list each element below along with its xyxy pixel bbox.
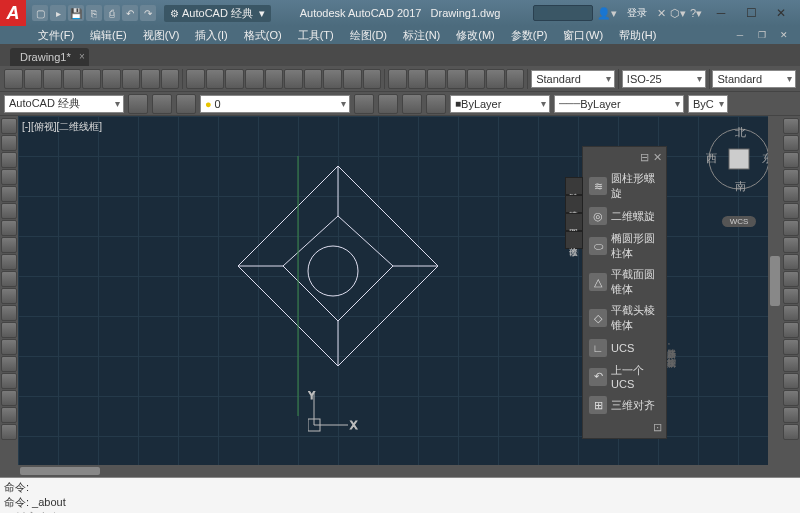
tool-button[interactable] bbox=[783, 356, 799, 372]
line-tool[interactable] bbox=[1, 118, 17, 134]
qat-print-icon[interactable]: ⎙ bbox=[104, 5, 120, 21]
ellipse-tool[interactable] bbox=[1, 203, 17, 219]
search-input[interactable] bbox=[533, 5, 593, 21]
tool-button[interactable] bbox=[388, 69, 407, 89]
tool-button[interactable] bbox=[783, 407, 799, 423]
tool-button[interactable] bbox=[783, 322, 799, 338]
palette-item-ellip-cyl[interactable]: ⬭椭圆形圆柱体 bbox=[587, 228, 662, 264]
tool-button[interactable] bbox=[206, 69, 225, 89]
palette-item-ucs-prev[interactable]: ↶上一个UCS bbox=[587, 360, 662, 393]
tool-button[interactable] bbox=[378, 94, 398, 114]
menu-parametric[interactable]: 参数(P) bbox=[503, 28, 556, 43]
exchange-icon[interactable]: ✕ bbox=[657, 7, 666, 20]
tool-button[interactable] bbox=[783, 373, 799, 389]
tool-button[interactable] bbox=[426, 94, 446, 114]
doc-close-button[interactable]: ✕ bbox=[774, 28, 794, 42]
layer-combo[interactable]: ● 0 bbox=[200, 95, 350, 113]
palette-tab[interactable]: 默认 bbox=[565, 177, 583, 195]
view-cube[interactable]: 北 南 西 东 WCS bbox=[704, 124, 774, 194]
tool-button[interactable] bbox=[176, 94, 196, 114]
login-button[interactable]: 登录 bbox=[621, 6, 653, 20]
fillet-tool[interactable] bbox=[783, 237, 799, 253]
dimstyle-combo[interactable]: ISO-25 bbox=[622, 70, 706, 88]
document-tab[interactable]: Drawing1* bbox=[10, 48, 89, 66]
erase-tool[interactable] bbox=[783, 288, 799, 304]
doc-minimize-button[interactable]: ─ bbox=[730, 28, 750, 42]
palette-menu-icon[interactable]: ⊡ bbox=[653, 421, 662, 433]
qat-new-icon[interactable]: ▢ bbox=[32, 5, 48, 21]
tool-button[interactable] bbox=[152, 94, 172, 114]
tool-button[interactable] bbox=[783, 390, 799, 406]
help-icon[interactable]: ?▾ bbox=[690, 7, 702, 20]
tool-button[interactable] bbox=[122, 69, 141, 89]
tool-button[interactable] bbox=[447, 69, 466, 89]
tool-palette[interactable]: 默认 建模 绘图 修改 ⊟ ✕ ≋圆柱形螺旋 ◎二维螺旋 ⬭椭圆形圆柱体 △平截… bbox=[582, 146, 667, 439]
circle-tool[interactable] bbox=[1, 152, 17, 168]
palette-item-frustum-cone[interactable]: △平截面圆锥体 bbox=[587, 264, 662, 300]
tool-button[interactable] bbox=[128, 94, 148, 114]
vertical-scrollbar[interactable] bbox=[768, 116, 782, 465]
tool-button[interactable] bbox=[427, 69, 446, 89]
copy-tool[interactable] bbox=[783, 135, 799, 151]
tool-button[interactable] bbox=[323, 69, 342, 89]
menu-help[interactable]: 帮助(H) bbox=[611, 28, 664, 43]
textstyle-combo[interactable]: Standard bbox=[531, 70, 615, 88]
search-icon[interactable]: 👤▾ bbox=[597, 7, 617, 20]
tool-button[interactable] bbox=[1, 407, 17, 423]
polyline-tool[interactable] bbox=[1, 135, 17, 151]
dim-tool[interactable] bbox=[1, 254, 17, 270]
mirror-tool[interactable] bbox=[783, 186, 799, 202]
wcs-label[interactable]: WCS bbox=[722, 216, 756, 227]
workspace-selector[interactable]: AutoCAD 经典 ▾ bbox=[164, 5, 271, 22]
doc-restore-button[interactable]: ❐ bbox=[752, 28, 772, 42]
qat-redo-icon[interactable]: ↷ bbox=[140, 5, 156, 21]
qat-open-icon[interactable]: ▸ bbox=[50, 5, 66, 21]
tool-button[interactable] bbox=[1, 390, 17, 406]
tool-button[interactable] bbox=[225, 69, 244, 89]
menu-dimension[interactable]: 标注(N) bbox=[395, 28, 448, 43]
workspace-combo[interactable]: AutoCAD 经典 bbox=[4, 95, 124, 113]
palette-item-ucs[interactable]: ∟UCS bbox=[587, 336, 662, 360]
menu-file[interactable]: 文件(F) bbox=[30, 28, 82, 43]
tool-button[interactable] bbox=[63, 69, 82, 89]
arc-tool[interactable] bbox=[1, 169, 17, 185]
explode-tool[interactable] bbox=[783, 305, 799, 321]
tool-button[interactable] bbox=[1, 322, 17, 338]
trim-tool[interactable] bbox=[783, 203, 799, 219]
maximize-button[interactable]: ☐ bbox=[736, 3, 766, 23]
hatch-tool[interactable] bbox=[1, 220, 17, 236]
tool-button[interactable] bbox=[186, 69, 205, 89]
palette-auto-hide-icon[interactable]: ⊟ bbox=[640, 151, 649, 164]
viewport-label[interactable]: [-][俯视][二维线框] bbox=[22, 120, 102, 134]
cloud-icon[interactable]: ⬡▾ bbox=[670, 7, 686, 20]
tool-button[interactable] bbox=[1, 424, 17, 440]
tool-button[interactable] bbox=[783, 424, 799, 440]
qat-save-icon[interactable]: 💾 bbox=[68, 5, 84, 21]
tool-button[interactable] bbox=[141, 69, 160, 89]
menu-window[interactable]: 窗口(W) bbox=[555, 28, 611, 43]
menu-view[interactable]: 视图(V) bbox=[135, 28, 188, 43]
minimize-button[interactable]: ─ bbox=[706, 3, 736, 23]
tool-button[interactable] bbox=[1, 373, 17, 389]
horizontal-scrollbar[interactable] bbox=[18, 465, 782, 477]
menu-insert[interactable]: 插入(I) bbox=[187, 28, 235, 43]
tool-button[interactable] bbox=[4, 69, 23, 89]
rect-tool[interactable] bbox=[1, 186, 17, 202]
qat-saveas-icon[interactable]: ⎘ bbox=[86, 5, 102, 21]
tool-button[interactable] bbox=[43, 69, 62, 89]
palette-item-frustum-pyr[interactable]: ◇平截头棱锥体 bbox=[587, 300, 662, 336]
tool-button[interactable] bbox=[245, 69, 264, 89]
tool-button[interactable] bbox=[354, 94, 374, 114]
tool-button[interactable] bbox=[284, 69, 303, 89]
tool-button[interactable] bbox=[506, 69, 525, 89]
tool-button[interactable] bbox=[1, 356, 17, 372]
tool-button[interactable] bbox=[304, 69, 323, 89]
tool-button[interactable] bbox=[363, 69, 382, 89]
menu-tools[interactable]: 工具(T) bbox=[290, 28, 342, 43]
tool-button[interactable] bbox=[102, 69, 121, 89]
palette-close-icon[interactable]: ✕ bbox=[653, 151, 662, 164]
tool-button[interactable] bbox=[265, 69, 284, 89]
tool-button[interactable] bbox=[402, 94, 422, 114]
tool-button[interactable] bbox=[343, 69, 362, 89]
menu-modify[interactable]: 修改(M) bbox=[448, 28, 503, 43]
